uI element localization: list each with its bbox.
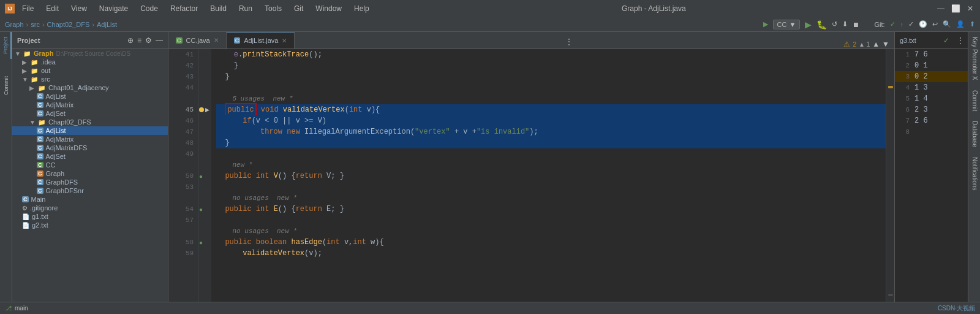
menu-build[interactable]: Build bbox=[208, 3, 229, 14]
search-button[interactable]: 🔍 bbox=[943, 20, 951, 28]
code-editor[interactable]: 41 42 43 44 45 46 47 48 49 50 53 54 57 5… bbox=[168, 49, 894, 302]
reload-button[interactable]: ↺ bbox=[832, 20, 837, 28]
database-tab[interactable]: Database bbox=[968, 116, 980, 152]
run-indicator: ▶ bbox=[205, 107, 209, 113]
tree-root-graph[interactable]: ▼ 📁 Graph D:\Project Source Code\DS bbox=[12, 49, 168, 58]
maximize-button[interactable]: ⬜ bbox=[951, 4, 960, 13]
tree-chap01-adjmatrix[interactable]: C AdjMatrix bbox=[12, 101, 168, 109]
g3-line-7: 7 2 6 bbox=[895, 115, 968, 126]
adjlist-tab-close[interactable]: ✕ bbox=[282, 37, 287, 44]
editor-tabs[interactable]: C CC.java ✕ C AdjList.java ✕ ⋮ ⚠ 2 ▲ 1 ▲… bbox=[168, 32, 894, 49]
tab-adjlist[interactable]: C AdjList.java ✕ bbox=[227, 32, 295, 48]
stop-button[interactable]: ⏹ bbox=[853, 21, 859, 28]
settings-icon[interactable]: ⚙ bbox=[145, 36, 152, 45]
build-button[interactable]: ⬇ bbox=[842, 20, 848, 28]
notifications-tab[interactable]: Notifications bbox=[968, 152, 980, 195]
code-content[interactable]: e.printStackTrace(); } } 5 usages new * bbox=[211, 49, 886, 302]
menu-code[interactable]: Code bbox=[138, 3, 160, 14]
g3txt-label: g3.txt bbox=[900, 37, 916, 44]
scroll-thumb[interactable] bbox=[888, 294, 893, 296]
menu-navigate[interactable]: Navigate bbox=[97, 3, 130, 14]
menu-bar[interactable]: File Edit View Navigate Code Refactor Bu… bbox=[20, 3, 372, 14]
menu-refactor[interactable]: Refactor bbox=[168, 3, 200, 14]
right-file-tabs[interactable]: g3.txt ✓ ⋮ bbox=[895, 32, 968, 49]
gm-46 bbox=[199, 115, 211, 126]
tree-chap02-adjlist[interactable]: C AdjList bbox=[12, 126, 168, 135]
menu-edit[interactable]: Edit bbox=[43, 3, 61, 14]
tree-idea[interactable]: ▶ 📁 .idea bbox=[12, 58, 168, 66]
git-up[interactable]: ↑ bbox=[900, 21, 904, 28]
tree-out[interactable]: ▶ 📁 out bbox=[12, 66, 168, 75]
commit-panel-tab[interactable]: Commit bbox=[1, 71, 11, 100]
java-icon-adjlist1: C bbox=[37, 93, 43, 99]
green-marker-54: ● bbox=[199, 206, 203, 213]
project-tree[interactable]: ▼ 📁 Graph D:\Project Source Code\DS ▶ 📁 … bbox=[12, 49, 168, 302]
menu-file[interactable]: File bbox=[20, 3, 36, 14]
git-checkmark[interactable]: ✓ bbox=[890, 20, 895, 28]
tree-chap02-graph[interactable]: C Graph bbox=[12, 169, 168, 178]
menu-window[interactable]: Window bbox=[313, 3, 344, 14]
profile-button[interactable]: 👤 bbox=[956, 20, 965, 28]
menu-help[interactable]: Help bbox=[352, 3, 372, 14]
tree-chap01-adjset[interactable]: C AdjSet bbox=[12, 109, 168, 118]
close-button[interactable]: ✕ bbox=[965, 4, 975, 13]
tree-g1txt[interactable]: 📄 g1.txt bbox=[12, 212, 168, 221]
scroll-up-btn[interactable]: ▲ bbox=[872, 40, 880, 48]
root-path: D:\Project Source Code\DS bbox=[56, 50, 130, 57]
hide-icon[interactable]: — bbox=[156, 36, 163, 45]
commit-tab-right[interactable]: Commit bbox=[968, 85, 980, 116]
main-area: Project Commit Project ⊕ ≡ ⚙ — ▼ 📁 Graph… bbox=[0, 32, 980, 302]
right-file-content[interactable]: 1 7 6 2 0 1 3 0 2 4 1 3 5 1 4 6 2 3 bbox=[895, 49, 968, 302]
scroll-down-btn[interactable]: ▼ bbox=[882, 40, 889, 48]
tree-g2txt[interactable]: 📄 g2.txt bbox=[12, 221, 168, 229]
key-promoter-tab[interactable]: Key Promoter X bbox=[968, 32, 980, 85]
run-button[interactable]: ▶ bbox=[805, 20, 812, 29]
linenum-hint50 bbox=[168, 159, 198, 170]
tab-g3txt[interactable]: g3.txt bbox=[895, 34, 921, 47]
tree-src[interactable]: ▼ 📁 src bbox=[12, 75, 168, 83]
bc-src[interactable]: src bbox=[31, 21, 40, 28]
tree-chap02-adjset[interactable]: C AdjSet bbox=[12, 152, 168, 161]
bc-graph[interactable]: Graph bbox=[5, 21, 24, 28]
tree-chap02-graphdfs[interactable]: C GraphDFS bbox=[12, 178, 168, 186]
g3-linenum-4: 4 bbox=[897, 84, 910, 91]
run-config-icon[interactable]: ▶ bbox=[763, 20, 768, 28]
menu-view[interactable]: View bbox=[69, 3, 89, 14]
cc-name: CC bbox=[46, 161, 56, 169]
git-revert[interactable]: ↩ bbox=[932, 20, 938, 28]
git-history[interactable]: 🕐 bbox=[919, 20, 927, 28]
tree-chap02[interactable]: ▼ 📁 Chapt02_DFS bbox=[12, 118, 168, 126]
git-check2[interactable]: ✓ bbox=[908, 20, 914, 28]
panel-toolbar[interactable]: ⊕ ≡ ⚙ — bbox=[127, 36, 163, 45]
tree-chap02-adjmatrix[interactable]: C AdjMatrix bbox=[12, 135, 168, 144]
tree-chap02-cc[interactable]: C CC bbox=[12, 161, 168, 169]
folder-out-icon: 📁 bbox=[29, 67, 39, 74]
g3-menu[interactable]: ⋮ bbox=[953, 34, 968, 47]
bc-chapter[interactable]: Chapt02_DFS bbox=[47, 21, 90, 28]
code-line-53 bbox=[216, 182, 886, 193]
tree-chap02-graphdfsnr[interactable]: C GraphDFSnr bbox=[12, 186, 168, 195]
menu-git[interactable]: Git bbox=[292, 3, 306, 14]
run-config-dropdown[interactable]: CC ▼ bbox=[773, 20, 801, 29]
menu-tools[interactable]: Tools bbox=[262, 3, 284, 14]
gm-59 bbox=[199, 248, 211, 259]
menu-run[interactable]: Run bbox=[236, 3, 255, 14]
bc-file[interactable]: AdjList bbox=[97, 21, 117, 28]
project-panel-tab[interactable]: Project bbox=[1, 32, 12, 59]
tree-gitignore[interactable]: ⚙ .gitignore bbox=[12, 204, 168, 212]
tree-chap01[interactable]: ▶ 📁 Chapt01_Adjacency bbox=[12, 83, 168, 92]
add-icon[interactable]: ⊕ bbox=[127, 36, 134, 45]
tab-cc[interactable]: C CC.java ✕ bbox=[168, 32, 227, 48]
tree-main[interactable]: C Main bbox=[12, 195, 168, 204]
window-controls[interactable]: — ⬜ ✕ bbox=[936, 4, 975, 13]
tabs-overflow-menu[interactable]: ⋮ bbox=[560, 35, 578, 48]
minimize-button[interactable]: — bbox=[936, 4, 946, 13]
tree-chap01-adjlist[interactable]: C AdjList bbox=[12, 92, 168, 101]
tree-chap02-adjmatrixdfs[interactable]: C AdjMatrixDFS bbox=[12, 144, 168, 152]
code-line-46: if(v < 0 || v >= V) bbox=[216, 115, 886, 126]
update-button[interactable]: ⬆ bbox=[970, 20, 975, 28]
linenum-hint58 bbox=[168, 226, 198, 237]
sort-icon[interactable]: ≡ bbox=[137, 36, 141, 45]
debug-button[interactable]: 🐛 bbox=[816, 20, 827, 29]
cc-tab-close[interactable]: ✕ bbox=[214, 37, 219, 44]
